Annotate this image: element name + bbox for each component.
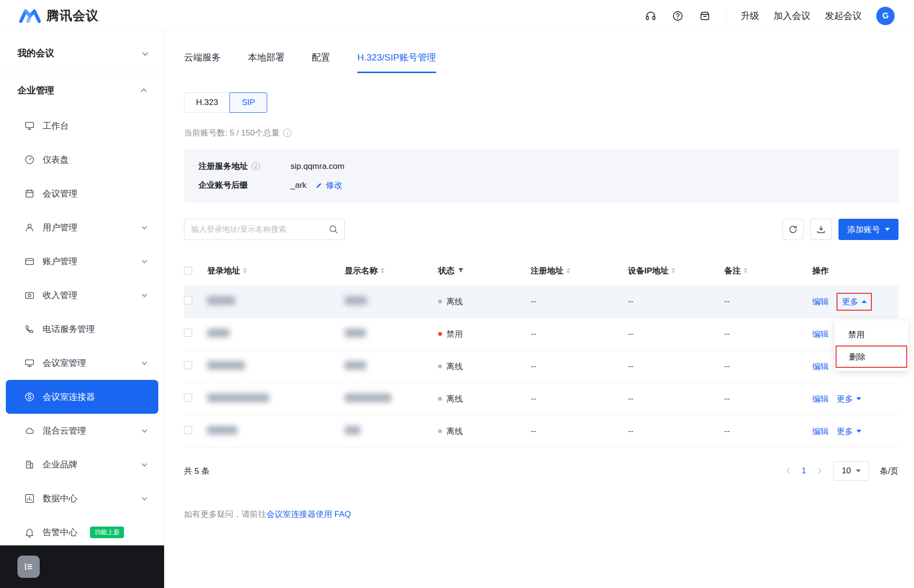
- sidebar-item-meeting-management[interactable]: 会议管理: [6, 177, 158, 211]
- account-suffix-value: _ark: [290, 181, 306, 190]
- start-meeting-link[interactable]: 发起会议: [825, 10, 862, 22]
- search-input[interactable]: [184, 219, 345, 240]
- sidebar-item-phone-service[interactable]: 电话服务管理: [6, 312, 158, 346]
- sidebar-item-data-center[interactable]: 数据中心: [6, 482, 158, 515]
- row-checkbox[interactable]: [184, 361, 192, 369]
- select-all-checkbox[interactable]: [184, 267, 192, 275]
- sidebar-item-label: 用户管理: [43, 222, 77, 233]
- edit-link[interactable]: 编辑: [812, 361, 829, 372]
- column-status[interactable]: 状态: [438, 265, 531, 276]
- sidebar-item-user-management[interactable]: 用户管理: [6, 211, 158, 244]
- column-display-name[interactable]: 显示名称: [345, 265, 438, 276]
- account-count-text: 当前账号数: 5 / 150个总量: [184, 127, 279, 138]
- redacted-login-address: [207, 426, 237, 435]
- table-row: 离线 -- -- -- 编辑 更多: [184, 383, 899, 415]
- sidebar-item-income-management[interactable]: 收入管理: [6, 278, 158, 312]
- collapse-sidebar-button[interactable]: [17, 556, 40, 578]
- column-remark[interactable]: 备注: [724, 265, 812, 276]
- sidebar-item-alert-center[interactable]: 告警中心 功能上新: [6, 515, 158, 549]
- sidebar-item-workbench[interactable]: 工作台: [6, 109, 158, 143]
- edit-link[interactable]: 编辑: [812, 329, 829, 340]
- total-count: 共 5 条: [184, 466, 210, 477]
- menu-item-delete[interactable]: 删除: [836, 346, 907, 368]
- join-meeting-link[interactable]: 加入会议: [774, 10, 810, 22]
- tencent-meeting-logo: [19, 8, 41, 24]
- filter-icon[interactable]: [457, 267, 464, 274]
- brand-title: 腾讯会议: [46, 7, 99, 24]
- redacted-display-name: [345, 329, 366, 337]
- column-login-address[interactable]: 登录地址: [207, 265, 345, 276]
- faq-link[interactable]: 会议室连接器使用 FAQ: [266, 510, 351, 519]
- register-address-cell: --: [531, 297, 628, 306]
- annotation-box: 更多: [837, 293, 872, 311]
- segment-sip[interactable]: SIP: [229, 92, 267, 113]
- row-checkbox[interactable]: [184, 329, 192, 337]
- tab-cloud-service[interactable]: 云端服务: [184, 51, 221, 73]
- more-link[interactable]: 更多: [837, 426, 861, 437]
- sort-icon: [243, 268, 247, 273]
- tab-h323-sip-accounts[interactable]: H.323/SIP账号管理: [357, 51, 436, 73]
- sidebar-item-room-management[interactable]: 会议室管理: [6, 346, 158, 380]
- sort-icon: [566, 268, 570, 273]
- column-register-address[interactable]: 注册地址: [531, 265, 628, 276]
- edit-link[interactable]: 编辑: [812, 426, 829, 437]
- segment-h323[interactable]: H.323: [184, 92, 230, 113]
- refresh-icon: [788, 225, 798, 234]
- account-count-line: 当前账号数: 5 / 150个总量: [184, 127, 899, 138]
- edit-suffix-label: 修改: [326, 180, 342, 191]
- column-device-ip[interactable]: 设备IP地址: [628, 265, 724, 276]
- status-text: 离线: [446, 426, 463, 437]
- edit-link[interactable]: 编辑: [812, 296, 829, 307]
- row-checkbox[interactable]: [184, 393, 192, 402]
- sidebar-group-my-meetings[interactable]: 我的会议: [0, 35, 164, 72]
- status-text: 离线: [446, 393, 463, 405]
- avatar[interactable]: G: [876, 7, 895, 25]
- next-page-icon[interactable]: [817, 468, 823, 474]
- export-button[interactable]: [810, 219, 832, 240]
- table-toolbar: 添加账号: [184, 219, 899, 240]
- edit-link[interactable]: 编辑: [812, 393, 829, 405]
- tab-local-deploy[interactable]: 本地部署: [248, 51, 285, 73]
- edit-suffix-button[interactable]: 修改: [315, 180, 342, 191]
- prev-page-icon[interactable]: [785, 468, 791, 474]
- headset-icon[interactable]: [644, 10, 657, 22]
- refresh-button[interactable]: [782, 219, 804, 240]
- sidebar-item-label: 企业品牌: [43, 459, 77, 470]
- more-link[interactable]: 更多: [837, 393, 861, 405]
- workbox-icon[interactable]: [699, 10, 711, 22]
- table-header-row: 登录地址 显示名称 状态 注册地址: [184, 256, 899, 286]
- add-account-button[interactable]: 添加账号: [838, 219, 899, 240]
- info-icon[interactable]: [252, 162, 260, 170]
- sidebar-item-label: 混合云管理: [43, 425, 86, 437]
- page-size-value: 10: [842, 466, 851, 476]
- sidebar-item-dashboard[interactable]: 仪表盘: [6, 143, 158, 177]
- app-root: 腾讯会议 升级 加入会议 发起会议 G 我的会议: [0, 0, 914, 588]
- row-checkbox[interactable]: [184, 296, 192, 304]
- pencil-icon: [315, 181, 323, 189]
- sidebar-item-brand[interactable]: 企业品牌: [6, 448, 158, 482]
- per-page-label: 条/页: [880, 466, 899, 477]
- caret-down-icon: [885, 228, 890, 231]
- sidebar-item-account-management[interactable]: 账户管理: [6, 244, 158, 278]
- more-link[interactable]: 更多: [842, 296, 867, 307]
- sidebar-item-label: 工作台: [43, 120, 69, 132]
- upgrade-link[interactable]: 升级: [741, 10, 759, 22]
- sidebar-item-hybrid-cloud[interactable]: 混合云管理: [6, 414, 158, 448]
- tab-config[interactable]: 配置: [312, 51, 330, 73]
- search-icon[interactable]: [328, 224, 339, 235]
- info-icon[interactable]: [283, 129, 291, 137]
- chevron-up-icon: [141, 88, 147, 94]
- status-dot: [438, 429, 442, 433]
- add-account-label: 添加账号: [847, 224, 880, 235]
- sidebar-item-room-connector[interactable]: 会议室连接器: [6, 380, 158, 414]
- page-size-select[interactable]: 10: [833, 461, 869, 481]
- status-dot: [438, 300, 442, 303]
- status-text: 禁用: [446, 329, 463, 340]
- chevron-down-icon: [142, 360, 147, 365]
- sidebar-group-enterprise[interactable]: 企业管理: [0, 72, 164, 109]
- current-page[interactable]: 1: [802, 466, 806, 476]
- menu-item-disable[interactable]: 禁用: [835, 323, 908, 346]
- account-suffix-label: 企业账号后缀: [198, 180, 248, 191]
- row-checkbox[interactable]: [184, 426, 192, 434]
- help-icon[interactable]: [671, 10, 684, 22]
